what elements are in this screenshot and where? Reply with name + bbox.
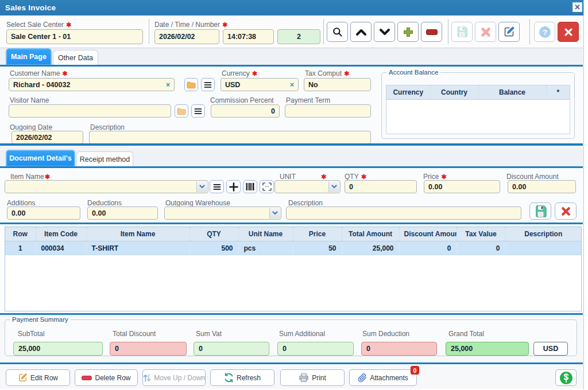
visitor-name-input[interactable] bbox=[9, 104, 171, 118]
save-row-button[interactable] bbox=[529, 202, 551, 220]
col-tax-value[interactable]: Tax Value bbox=[457, 227, 505, 241]
visitor-list-button[interactable] bbox=[191, 104, 205, 118]
cell-unit-name: pcs bbox=[238, 241, 293, 255]
deductions-input[interactable]: 0.00 bbox=[87, 206, 158, 220]
cell-tax-value: 0 bbox=[457, 241, 505, 255]
move-up-down-button[interactable]: Move Up / Down bbox=[142, 369, 206, 386]
refresh-button[interactable]: Refresh bbox=[210, 369, 274, 386]
barcode-button[interactable] bbox=[243, 180, 257, 193]
tab-main-page[interactable]: Main Page bbox=[6, 48, 52, 65]
tab-document-details[interactable]: Document Detail's bbox=[6, 150, 75, 166]
col-country[interactable]: Country bbox=[430, 85, 478, 100]
cell-item-code: 000034 bbox=[36, 241, 86, 255]
col-item-code[interactable]: Item Code bbox=[36, 227, 86, 241]
time-input[interactable]: 14:07:38 bbox=[223, 29, 274, 44]
date-input[interactable]: 2026/02/02 bbox=[154, 29, 219, 44]
title-bar: Sales Invoice ✕ bbox=[0, 0, 583, 15]
save-button[interactable] bbox=[451, 22, 473, 42]
visitor-lookup-button[interactable] bbox=[175, 104, 188, 118]
add-record-button[interactable] bbox=[397, 22, 419, 42]
unit-combo[interactable] bbox=[274, 180, 341, 193]
print-button[interactable]: Print bbox=[280, 369, 345, 386]
qty-input[interactable]: 0 bbox=[345, 180, 417, 193]
delete-row-icon bbox=[82, 376, 92, 380]
sale-center-label: Select Sale Center✱ bbox=[6, 19, 71, 29]
currency-toggle-button[interactable] bbox=[555, 369, 577, 386]
entry-description-input[interactable] bbox=[286, 206, 521, 220]
required-asterisk: ✱ bbox=[441, 173, 446, 180]
required-asterisk: ✱ bbox=[66, 21, 71, 28]
previous-record-button[interactable] bbox=[350, 22, 372, 42]
total-discount-label: Total Discount bbox=[113, 330, 156, 338]
invoice-number-input[interactable]: 2 bbox=[277, 29, 320, 44]
commission-percent-input[interactable]: 0 bbox=[211, 104, 280, 118]
titlebar-close-icon[interactable]: ✕ bbox=[572, 2, 582, 12]
chevron-down-icon[interactable] bbox=[328, 181, 339, 192]
chevron-down-icon[interactable] bbox=[196, 181, 207, 192]
edit-button[interactable] bbox=[498, 22, 520, 42]
item-name-combo[interactable] bbox=[5, 180, 208, 193]
currency-input[interactable]: USD × bbox=[220, 78, 299, 91]
main-description-input[interactable] bbox=[89, 131, 371, 144]
remove-record-button[interactable] bbox=[421, 22, 442, 42]
col-total-amount[interactable]: Total Amount bbox=[342, 227, 399, 241]
tax-comput-input[interactable]: No bbox=[304, 78, 371, 91]
outgoing-warehouse-combo[interactable] bbox=[164, 206, 281, 220]
folder-icon bbox=[177, 107, 186, 115]
customer-lookup-button[interactable] bbox=[184, 78, 198, 91]
additions-input[interactable]: 0.00 bbox=[7, 206, 80, 220]
print-icon bbox=[299, 373, 309, 383]
col-row[interactable]: Row bbox=[5, 227, 36, 241]
chevron-down-icon[interactable] bbox=[269, 208, 280, 219]
search-icon bbox=[332, 26, 343, 37]
header-separator bbox=[149, 19, 149, 44]
tab-other-data[interactable]: Other Data bbox=[53, 50, 98, 65]
item-list-button[interactable] bbox=[210, 180, 224, 193]
col-price[interactable]: Price bbox=[293, 227, 342, 241]
tab-receipt-method[interactable]: Receipt method bbox=[76, 151, 133, 166]
col-balance[interactable]: Balance bbox=[478, 85, 546, 100]
help-icon: ? bbox=[539, 26, 551, 38]
outgoing-date-input[interactable]: 2026/02/02 bbox=[11, 131, 83, 144]
add-item-button[interactable] bbox=[226, 180, 241, 193]
col-qty[interactable]: QTY bbox=[189, 227, 238, 241]
save-icon bbox=[456, 26, 468, 38]
payment-band: Payment Summary SubTotal 25,000 Total Di… bbox=[0, 315, 583, 362]
customer-name-input[interactable]: Richard - 040032 × bbox=[9, 78, 175, 91]
delete-row-button[interactable]: Delete Row bbox=[75, 369, 138, 386]
currency-badge[interactable]: USD bbox=[533, 342, 568, 356]
search-button[interactable] bbox=[327, 22, 348, 42]
col-currency[interactable]: Currency bbox=[386, 85, 430, 100]
cancel-icon bbox=[481, 27, 491, 37]
attachments-button[interactable]: Attachments 0 bbox=[349, 369, 417, 386]
col-unit-name[interactable]: Unit Name bbox=[238, 227, 293, 241]
currency-label: Currency✱ bbox=[222, 68, 257, 78]
payment-term-input[interactable] bbox=[285, 104, 371, 118]
cancel-row-button[interactable] bbox=[555, 202, 577, 220]
sale-center-input[interactable]: Sale Center 1 - 01 bbox=[6, 29, 143, 44]
next-record-button[interactable] bbox=[374, 22, 395, 42]
tax-comput-label: Tax Comput✱ bbox=[305, 68, 349, 78]
clear-customer-icon[interactable]: × bbox=[164, 81, 170, 89]
cancel-button[interactable] bbox=[475, 22, 496, 42]
discount-amount-input[interactable]: 0.00 bbox=[508, 180, 576, 193]
help-button[interactable]: ? bbox=[534, 22, 555, 42]
col-star[interactable]: * bbox=[546, 85, 570, 100]
toolbar-separator bbox=[448, 19, 448, 44]
clear-currency-icon[interactable]: × bbox=[288, 81, 294, 89]
total-discount-field: 0 bbox=[110, 342, 187, 356]
paperclip-icon bbox=[358, 373, 367, 383]
payment-term-label: Payment Term bbox=[286, 95, 330, 105]
sum-vat-label: Sum Vat bbox=[196, 330, 222, 338]
price-input[interactable]: 0.00 bbox=[424, 180, 500, 193]
scan-button[interactable] bbox=[260, 180, 274, 193]
col-description[interactable]: Description bbox=[505, 227, 581, 241]
edit-row-button[interactable]: Edit Row bbox=[6, 369, 70, 386]
close-button[interactable] bbox=[558, 22, 579, 42]
table-row[interactable]: 1 000034 T-SHIRT 500 pcs 50 25,000 0 0 bbox=[5, 241, 581, 255]
customer-list-button[interactable] bbox=[201, 78, 215, 91]
chevron-down-icon bbox=[272, 211, 278, 215]
col-item-name[interactable]: Item Name bbox=[86, 227, 189, 241]
col-discount-amount[interactable]: Discount Amount bbox=[399, 227, 457, 241]
cell-total-amount: 25,000 bbox=[342, 241, 399, 255]
